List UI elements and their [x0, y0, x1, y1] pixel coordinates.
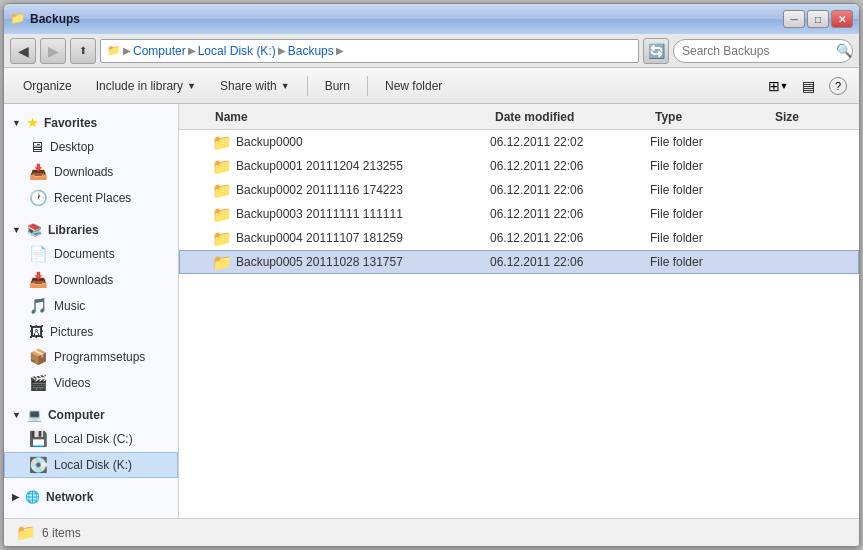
videos-icon: 🎬 — [29, 374, 48, 392]
sidebar-item-desktop-label: Desktop — [50, 140, 94, 154]
preview-pane-button[interactable]: ▤ — [795, 73, 821, 99]
sidebar-item-local-k[interactable]: 💽 Local Disk (K:) — [4, 452, 178, 478]
type-column-header[interactable]: Type — [651, 110, 771, 124]
network-label: Network — [46, 490, 93, 504]
back-button[interactable]: ◀ — [10, 38, 36, 64]
programmsetups-icon: 📦 — [29, 348, 48, 366]
maximize-button[interactable]: □ — [807, 10, 829, 28]
sidebar-item-programmsetups[interactable]: 📦 Programmsetups — [4, 344, 178, 370]
include-library-button[interactable]: Include in library ▼ — [85, 72, 207, 100]
breadcrumb-separator: 📁 — [107, 44, 121, 57]
include-library-label: Include in library — [96, 79, 183, 93]
toolbar-separator — [307, 76, 308, 96]
file-name-text: Backup0001 20111204 213255 — [236, 159, 403, 173]
breadcrumb-backups[interactable]: Backups — [288, 44, 334, 58]
address-bar: ◀ ▶ ⬆ 📁 ▶ Computer ▶ Local Disk (K:) ▶ B… — [4, 34, 859, 68]
sidebar-section-favorites: ▼ ★ Favorites 🖥 Desktop 📥 Downloads 🕐 Re… — [4, 112, 178, 211]
window-icon: 📁 — [10, 11, 26, 27]
date-column-header[interactable]: Date modified — [491, 110, 651, 124]
favorites-star-icon: ★ — [27, 116, 38, 130]
sidebar-item-pictures[interactable]: 🖼 Pictures — [4, 319, 178, 344]
lib-downloads-icon: 📥 — [29, 271, 48, 289]
new-folder-button[interactable]: New folder — [374, 72, 453, 100]
item-count-icon: 📁 — [16, 523, 36, 542]
libraries-icon: 📚 — [27, 223, 42, 237]
share-dropdown-icon: ▼ — [281, 81, 290, 91]
file-list: 📁 Backup0000 06.12.2011 22:02 File folde… — [179, 130, 859, 518]
size-column-label: Size — [775, 110, 799, 124]
sidebar-item-music[interactable]: 🎵 Music — [4, 293, 178, 319]
organize-button[interactable]: Organize — [12, 72, 83, 100]
documents-icon: 📄 — [29, 245, 48, 263]
local-c-icon: 💾 — [29, 430, 48, 448]
row-name: 📁 Backup0000 — [212, 133, 490, 152]
network-collapse-icon: ▶ — [12, 492, 19, 502]
table-row[interactable]: 📁 Backup0003 20111111 111111 06.12.2011 … — [179, 202, 859, 226]
table-row[interactable]: 📁 Backup0001 20111204 213255 06.12.2011 … — [179, 154, 859, 178]
size-column-header[interactable]: Size — [771, 110, 851, 124]
preview-icon: ▤ — [802, 78, 815, 94]
folder-icon: 📁 — [212, 205, 232, 224]
sidebar-item-local-c[interactable]: 💾 Local Disk (C:) — [4, 426, 178, 452]
row-type: File folder — [650, 231, 770, 245]
sidebar-item-videos-label: Videos — [54, 376, 90, 390]
computer-label: Computer — [48, 408, 105, 422]
sidebar-item-local-c-label: Local Disk (C:) — [54, 432, 133, 446]
network-icon: 🌐 — [25, 490, 40, 504]
toolbar-right: ⊞ ▼ ▤ ? — [765, 73, 851, 99]
breadcrumb-computer[interactable]: Computer — [133, 44, 186, 58]
share-with-button[interactable]: Share with ▼ — [209, 72, 301, 100]
sidebar-item-downloads[interactable]: 📥 Downloads — [4, 159, 178, 185]
sidebar-item-documents[interactable]: 📄 Documents — [4, 241, 178, 267]
favorites-label: Favorites — [44, 116, 97, 130]
up-button[interactable]: ⬆ — [70, 38, 96, 64]
search-input[interactable] — [682, 44, 832, 58]
row-name: 📁 Backup0002 20111116 174223 — [212, 181, 490, 200]
favorites-collapse-icon: ▼ — [12, 118, 21, 128]
row-name: 📁 Backup0001 20111204 213255 — [212, 157, 490, 176]
sidebar-header-favorites[interactable]: ▼ ★ Favorites — [4, 112, 178, 134]
breadcrumb-localdisk[interactable]: Local Disk (K:) — [198, 44, 276, 58]
recent-places-icon: 🕐 — [29, 189, 48, 207]
table-row[interactable]: 📁 Backup0002 20111116 174223 06.12.2011 … — [179, 178, 859, 202]
burn-button[interactable]: Burn — [314, 72, 361, 100]
table-row[interactable]: 📁 Backup0004 20111107 181259 06.12.2011 … — [179, 226, 859, 250]
name-column-header[interactable]: Name — [211, 110, 491, 124]
sidebar-item-libraries-downloads[interactable]: 📥 Downloads — [4, 267, 178, 293]
table-row[interactable]: 📁 Backup0000 06.12.2011 22:02 File folde… — [179, 130, 859, 154]
views-button[interactable]: ⊞ ▼ — [765, 73, 791, 99]
minimize-button[interactable]: ─ — [783, 10, 805, 28]
close-button[interactable]: ✕ — [831, 10, 853, 28]
computer-collapse-icon: ▼ — [12, 410, 21, 420]
row-date: 06.12.2011 22:02 — [490, 135, 650, 149]
row-type: File folder — [650, 207, 770, 221]
sidebar-item-recent-places-label: Recent Places — [54, 191, 131, 205]
views-icon: ⊞ — [768, 78, 780, 94]
sep1: ▶ — [123, 45, 131, 56]
toolbar: Organize Include in library ▼ Share with… — [4, 68, 859, 104]
table-row[interactable]: 📁 Backup0005 20111028 131757 06.12.2011 … — [179, 250, 859, 274]
file-name-text: Backup0004 20111107 181259 — [236, 231, 403, 245]
share-with-label: Share with — [220, 79, 277, 93]
search-icon[interactable]: 🔍 — [836, 43, 852, 58]
content-area: Name Date modified Type Size 📁 — [179, 104, 859, 518]
sidebar-header-libraries[interactable]: ▼ 📚 Libraries — [4, 219, 178, 241]
breadcrumb-bar: 📁 ▶ Computer ▶ Local Disk (K:) ▶ Backups… — [100, 39, 639, 63]
music-icon: 🎵 — [29, 297, 48, 315]
title-bar-controls: ─ □ ✕ — [783, 10, 853, 28]
sidebar-header-network[interactable]: ▶ 🌐 Network — [4, 486, 178, 508]
sidebar-header-computer[interactable]: ▼ 💻 Computer — [4, 404, 178, 426]
search-bar: 🔍 — [673, 39, 853, 63]
row-date: 06.12.2011 22:06 — [490, 183, 650, 197]
downloads-icon: 📥 — [29, 163, 48, 181]
forward-button[interactable]: ▶ — [40, 38, 66, 64]
desktop-icon: 🖥 — [29, 138, 44, 155]
sidebar-item-desktop[interactable]: 🖥 Desktop — [4, 134, 178, 159]
help-button[interactable]: ? — [825, 73, 851, 99]
refresh-button[interactable]: 🔄 — [643, 38, 669, 64]
main-area: ▼ ★ Favorites 🖥 Desktop 📥 Downloads 🕐 Re… — [4, 104, 859, 518]
folder-icon: 📁 — [212, 229, 232, 248]
sidebar-item-videos[interactable]: 🎬 Videos — [4, 370, 178, 396]
libraries-collapse-icon: ▼ — [12, 225, 21, 235]
sidebar-item-recent-places[interactable]: 🕐 Recent Places — [4, 185, 178, 211]
